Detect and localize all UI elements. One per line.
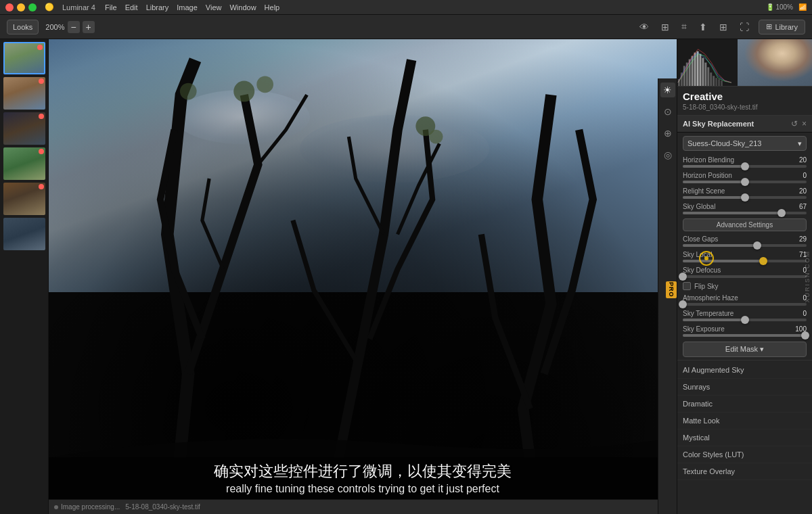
svg-rect-18 — [713, 76, 715, 86]
sky-temperature-value: 0 — [803, 310, 807, 317]
matte-look-item[interactable]: Matte Look — [677, 413, 812, 429]
sky-local-label: Sky Local — [683, 251, 712, 258]
relight-scene-label: Relight Scene — [683, 187, 725, 195]
close-gaps-value: 29 — [799, 235, 807, 243]
crop-icon[interactable]: ⌗ — [679, 20, 690, 34]
sky-exposure-slider-row: Sky Exposure 100 — [677, 323, 812, 339]
texture-overlay-item[interactable]: Texture Overlay — [677, 463, 812, 480]
sky-local-slider-row: Sky Local 71 — [677, 249, 812, 264]
atmospheric-haze-value: 0 — [803, 294, 807, 302]
compare-icon[interactable]: ⊞ — [658, 20, 672, 34]
advanced-settings-button[interactable]: Advanced Settings — [683, 218, 807, 231]
sky-defocus-track[interactable] — [683, 275, 807, 278]
divider-1 — [677, 360, 812, 360]
filmstrip-thumb-1[interactable] — [3, 42, 45, 74]
horizon-position-value: 0 — [803, 172, 807, 179]
sky-preset-row: Suess-Cloud-Sky_213 ▾ — [677, 133, 812, 154]
reset-icon[interactable]: ↺ — [791, 119, 798, 128]
close-button[interactable] — [5, 3, 14, 11]
sky-exposure-track[interactable] — [683, 334, 807, 337]
horizon-blending-label: Horizon Blending — [683, 156, 734, 164]
mystical-item[interactable]: Mystical — [677, 429, 812, 446]
menu-view[interactable]: View — [206, 3, 222, 11]
webcam-person — [738, 39, 812, 87]
sky-local-track[interactable] — [683, 260, 807, 262]
sky-global-slider-row: Sky Global 67 — [677, 201, 812, 216]
looks-button[interactable]: Looks — [7, 20, 39, 34]
file-name: 5-18-08_0340-sky-test.tif — [677, 103, 812, 115]
color-styles-item[interactable]: Color Styles (LUT) — [677, 446, 812, 463]
eye-icon[interactable]: 👁 — [637, 20, 652, 34]
menu-window[interactable]: Window — [229, 3, 256, 11]
zoom-out-button[interactable]: − — [68, 21, 80, 33]
panel-header: Creative — [677, 87, 812, 103]
svg-rect-15 — [704, 63, 706, 87]
filmstrip-thumb-4[interactable] — [3, 147, 45, 180]
flip-sky-row: Flip Sky — [677, 280, 812, 292]
fullscreen-icon[interactable]: ⛶ — [737, 20, 752, 34]
svg-rect-19 — [715, 78, 717, 86]
sky-defocus-slider-row: Sky Defocus 0 — [677, 264, 812, 280]
menu-help[interactable]: Help — [265, 3, 280, 11]
sunrays-item[interactable]: Sunrays — [677, 379, 812, 396]
collapse-icon[interactable]: × — [802, 119, 807, 128]
section-icons: ↺ × — [791, 119, 807, 128]
share-icon[interactable]: ⬆ — [696, 20, 710, 34]
flip-sky-checkbox[interactable] — [683, 282, 691, 290]
menu-image[interactable]: Image — [177, 3, 198, 11]
dramatic-item[interactable]: Dramatic — [677, 396, 812, 413]
grid-icon[interactable]: ⊞ — [717, 20, 730, 34]
close-gaps-label: Close Gaps — [683, 235, 718, 243]
zoom-level: 200% — [45, 23, 64, 31]
horizon-blending-track[interactable] — [683, 165, 807, 168]
zoom-in-button[interactable]: + — [83, 21, 95, 33]
relight-scene-track[interactable] — [683, 196, 807, 199]
layers-icon[interactable]: ⊕ — [660, 126, 675, 141]
toolbar: Looks 200% − + 👁 ⊞ ⌗ ⬆ ⊞ ⛶ ⊞ Library — [0, 15, 812, 39]
library-grid-icon: ⊞ — [766, 22, 772, 31]
subtitle-english: really fine tuning these controls trying… — [57, 483, 669, 495]
titlebar: 🟡 Luminar 4 File Edit Library Image View… — [0, 0, 812, 15]
titlebar-right: 🔋 100% 📶 — [766, 3, 807, 11]
sun-icon[interactable]: ☀ — [660, 83, 675, 97]
canvas-area: 确实对这些控件进行了微调，以使其变得完美 really fine tuning … — [49, 39, 677, 514]
menu-library[interactable]: Library — [146, 3, 169, 11]
atmospheric-haze-track[interactable] — [683, 303, 807, 306]
library-button[interactable]: ⊞ Library — [759, 20, 805, 34]
sky-preset-dropdown[interactable]: Suess-Cloud-Sky_213 ▾ — [683, 136, 807, 151]
ai-augmented-sky-item[interactable]: AI Augmented Sky — [677, 362, 812, 379]
svg-rect-16 — [707, 67, 709, 86]
adjust-icon[interactable]: ⊙ — [660, 104, 675, 119]
subtitle-chinese: 确实对这些控件进行了微调，以使其变得完美 — [57, 461, 669, 482]
detail-icon[interactable]: ◎ — [660, 147, 675, 162]
sky-temperature-track[interactable] — [683, 319, 807, 321]
subtitles: 确实对这些控件进行了微调，以使其变得完美 really fine tuning … — [49, 457, 677, 499]
minimize-button[interactable] — [17, 3, 25, 11]
horizon-position-track[interactable] — [683, 181, 807, 183]
close-gaps-slider-row: Close Gaps 29 — [677, 233, 812, 249]
close-gaps-track[interactable] — [683, 244, 807, 247]
filmstrip-thumb-6[interactable] — [3, 218, 45, 250]
sky-global-track[interactable] — [683, 212, 807, 214]
filmstrip-thumb-5[interactable] — [3, 183, 45, 215]
sky-defocus-label: Sky Defocus — [683, 266, 721, 274]
svg-point-4 — [180, 83, 197, 100]
zoom-control: 200% − + — [45, 21, 94, 33]
photo-canvas[interactable]: 确实对这些控件进行了微调，以使其变得完美 really fine tuning … — [49, 39, 677, 499]
processing-indicator: Image processing... — [54, 503, 120, 511]
menu-file[interactable]: File — [105, 3, 117, 11]
atmospheric-haze-slider-row: Atmospheric Haze 0 — [677, 292, 812, 308]
ai-sky-section-header[interactable]: AI Sky Replacement ↺ × — [677, 115, 812, 133]
bottom-bar: Image processing... 5-18-08_0340-sky-tes… — [49, 499, 677, 514]
edit-mask-button[interactable]: Edit Mask ▾ — [683, 342, 807, 357]
flip-sky-label: Flip Sky — [694, 283, 719, 290]
traffic-lights[interactable] — [5, 3, 37, 11]
menu-bar: File Edit Library Image View Window Help — [105, 3, 279, 11]
filmstrip-thumb-2[interactable] — [3, 77, 45, 110]
filmstrip-thumb-3[interactable] — [3, 112, 45, 145]
menu-edit[interactable]: Edit — [125, 3, 138, 11]
maximize-button[interactable] — [28, 3, 37, 11]
sky-global-value: 67 — [799, 203, 807, 210]
webcam — [738, 39, 812, 87]
right-panel: Creative 5-18-08_0340-sky-test.tif AI Sk… — [677, 39, 812, 514]
